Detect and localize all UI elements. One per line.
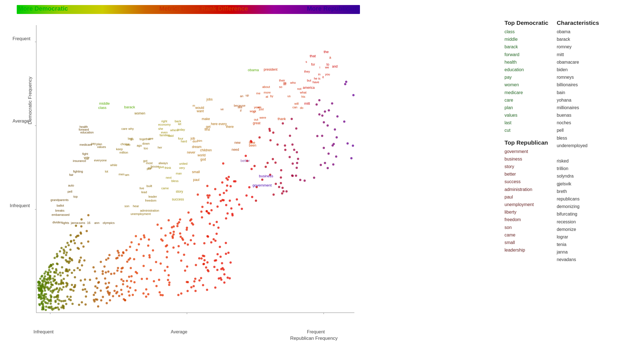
data-point — [177, 245, 180, 247]
data-point — [100, 261, 102, 263]
word-label: i — [319, 66, 320, 69]
char-rep-item: lograr — [557, 233, 599, 241]
data-point — [297, 158, 299, 160]
data-point — [210, 202, 212, 205]
word-label: never — [187, 150, 195, 154]
data-point — [65, 259, 67, 261]
word-label: hear — [133, 204, 139, 208]
word-label: but — [307, 79, 311, 82]
word-label: have — [313, 80, 319, 84]
data-point — [304, 180, 306, 182]
data-point — [130, 267, 132, 269]
data-point — [284, 144, 286, 147]
data-point — [328, 109, 330, 111]
data-point — [45, 309, 47, 311]
data-point — [225, 253, 227, 255]
data-point — [280, 182, 282, 184]
data-point — [128, 291, 130, 293]
data-point — [46, 279, 48, 281]
data-point — [227, 276, 229, 279]
word-label: her — [158, 146, 162, 149]
word-label: don — [193, 140, 198, 143]
word-label: while — [110, 163, 117, 167]
data-point — [122, 252, 124, 254]
data-point — [203, 259, 206, 261]
data-point — [202, 284, 204, 286]
data-point — [132, 294, 134, 296]
data-point — [125, 249, 128, 251]
word-label: next — [166, 176, 172, 179]
data-point — [93, 294, 95, 296]
data-point — [68, 244, 70, 246]
data-point — [65, 270, 67, 272]
data-point — [54, 275, 56, 278]
data-point — [292, 162, 294, 165]
word-label: lead — [141, 190, 147, 194]
data-point — [207, 196, 210, 199]
data-point — [183, 254, 185, 256]
data-point — [83, 259, 85, 262]
data-point — [321, 135, 323, 137]
data-point — [158, 291, 161, 293]
data-point — [44, 275, 46, 278]
word-label: breaks — [55, 209, 65, 212]
data-point — [206, 194, 209, 197]
data-point — [282, 122, 284, 125]
data-point — [46, 298, 48, 300]
data-point — [76, 267, 79, 269]
data-point — [84, 288, 86, 290]
data-point — [289, 135, 291, 137]
data-point — [69, 248, 71, 251]
word-label: fight — [82, 152, 88, 156]
data-point — [245, 194, 247, 197]
word-label: first — [205, 128, 210, 132]
char-rep-item: demonize — [557, 226, 599, 233]
word-label: men — [119, 173, 124, 176]
chart-container: More Democratic Metric: Dense Rank Diffe… — [0, 0, 644, 349]
word-label: out — [254, 118, 258, 121]
data-point — [55, 282, 57, 284]
data-point — [54, 257, 56, 259]
data-point — [316, 135, 318, 137]
data-point — [143, 265, 145, 267]
data-point — [152, 249, 154, 252]
word-label: keep — [116, 147, 123, 151]
data-point — [222, 267, 224, 269]
data-point — [128, 259, 130, 261]
data-point — [295, 127, 297, 130]
word-label: care — [121, 127, 127, 130]
data-point — [85, 303, 87, 306]
data-point — [316, 103, 318, 106]
data-point — [182, 239, 184, 241]
data-point — [201, 206, 203, 208]
data-point — [122, 280, 124, 282]
data-point — [115, 257, 117, 259]
data-point — [186, 227, 188, 229]
data-point — [52, 263, 54, 266]
rep-word-item: small — [504, 239, 548, 246]
word-label: values — [97, 145, 106, 149]
data-point — [66, 296, 69, 298]
data-point — [164, 234, 167, 236]
data-point — [50, 294, 52, 297]
data-point — [41, 290, 43, 292]
word-label: top — [73, 195, 78, 198]
data-point — [38, 288, 40, 290]
data-point — [296, 162, 298, 164]
data-point — [167, 274, 170, 276]
data-point — [120, 278, 122, 281]
word-label: that — [310, 54, 316, 58]
data-point — [98, 281, 100, 283]
word-label: built — [146, 184, 152, 188]
data-point — [59, 287, 61, 290]
data-point — [85, 295, 87, 298]
word-label: world — [197, 153, 206, 157]
dem-legend-title: Top Democratic — [504, 20, 548, 26]
word-label: been — [249, 144, 256, 147]
word-label: you — [325, 73, 330, 76]
data-point — [160, 227, 162, 229]
data-point — [145, 288, 147, 290]
data-point — [46, 286, 49, 288]
data-point — [107, 257, 109, 259]
data-point — [40, 296, 42, 298]
